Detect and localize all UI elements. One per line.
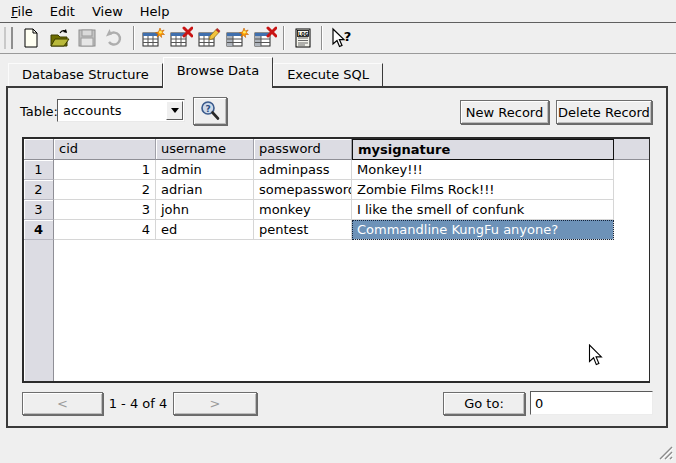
cell-mysignature[interactable]: I like the smell of confunk	[352, 200, 614, 220]
whats-this-button[interactable]: ?	[327, 25, 355, 52]
delete-index-button[interactable]	[251, 25, 279, 52]
row-filler	[614, 160, 649, 180]
svg-text:?: ?	[344, 29, 352, 44]
table-row[interactable]: 2 2 adrian somepassword Zombie Films Roc…	[24, 180, 649, 200]
column-header-username[interactable]: username	[156, 139, 254, 160]
toolbar-separator	[283, 26, 285, 50]
table-row[interactable]: 3 3 john monkey I like the smell of conf…	[24, 200, 649, 220]
menu-edit[interactable]: Edit	[43, 3, 82, 20]
cell-password[interactable]: somepassword	[254, 180, 352, 200]
undo-icon-disabled	[104, 27, 126, 49]
menu-help[interactable]: Help	[133, 3, 177, 20]
find-button[interactable]: ?	[193, 97, 227, 125]
cell-password[interactable]: pentest	[254, 220, 352, 240]
toolbar-drag-handle[interactable]	[4, 27, 13, 49]
delete-index-icon	[253, 26, 277, 50]
table-select-value: accounts	[63, 102, 122, 120]
toolbar-separator	[133, 26, 135, 50]
cell-cid[interactable]: 4	[54, 220, 156, 240]
tab-browse-data[interactable]: Browse Data	[163, 57, 274, 88]
revert-changes-button[interactable]	[101, 25, 129, 52]
delete-table-icon	[169, 26, 193, 50]
save-icon-disabled	[76, 27, 98, 49]
cell-username[interactable]: admin	[156, 160, 254, 180]
chevron-down-icon	[171, 108, 179, 113]
log-icon: LOG	[292, 27, 314, 49]
table-label: Table:	[20, 104, 58, 119]
table-select-arrow-button[interactable]	[166, 101, 183, 120]
menu-view[interactable]: View	[85, 3, 130, 20]
delete-record-button[interactable]: Delete Record	[556, 100, 652, 124]
cell-username[interactable]: ed	[156, 220, 254, 240]
goto-record-input[interactable]	[530, 391, 653, 415]
cell-cid[interactable]: 2	[54, 180, 156, 200]
create-table-icon	[141, 26, 165, 50]
cell-mysignature[interactable]: Zombie Films Rock!!!	[352, 180, 614, 200]
row-header[interactable]: 1	[24, 160, 54, 180]
grid-empty-area	[24, 240, 649, 381]
table-row[interactable]: 1 1 admin adminpass Monkey!!!	[24, 160, 649, 180]
toolbar-separator	[321, 26, 323, 50]
whats-this-icon: ?	[329, 27, 353, 49]
cell-mysignature-selected[interactable]: Commandline KungFu anyone?	[352, 220, 614, 240]
column-header-filler	[614, 139, 649, 160]
tab-bar: Database Structure Browse Data Execute S…	[8, 58, 383, 88]
new-database-button[interactable]	[17, 25, 45, 52]
svg-text:?: ?	[205, 104, 210, 114]
grid-header-row: cid username password mysignature	[24, 139, 649, 160]
column-header-password[interactable]: password	[254, 139, 352, 160]
modify-table-button[interactable]	[195, 25, 223, 52]
goto-button[interactable]: Go to:	[443, 392, 525, 415]
previous-page-button[interactable]: <	[22, 392, 103, 415]
create-index-button[interactable]	[223, 25, 251, 52]
menu-file[interactable]: File	[4, 3, 40, 20]
row-header-strip	[24, 240, 54, 381]
row-filler	[614, 200, 649, 220]
tab-execute-sql[interactable]: Execute SQL	[273, 63, 383, 86]
menubar: File Edit View Help	[0, 0, 676, 23]
row-header-current[interactable]: 4	[24, 220, 54, 240]
create-index-icon	[225, 26, 249, 50]
new-record-button[interactable]: New Record	[460, 100, 549, 124]
next-page-button[interactable]: >	[173, 392, 257, 415]
row-filler	[614, 180, 649, 200]
open-log-button[interactable]: LOG	[289, 25, 317, 52]
cell-password[interactable]: adminpass	[254, 160, 352, 180]
modify-table-icon	[197, 26, 221, 50]
open-database-button[interactable]	[45, 25, 73, 52]
row-header[interactable]: 3	[24, 200, 54, 220]
data-grid: cid username password mysignature 1 1 ad…	[22, 137, 650, 383]
record-range-label: 1 - 4 of 4	[103, 392, 173, 415]
svg-text:LOG: LOG	[298, 31, 309, 37]
cell-cid[interactable]: 1	[54, 160, 156, 180]
column-header-mysignature[interactable]: mysignature	[352, 139, 614, 160]
row-header[interactable]: 2	[24, 180, 54, 200]
table-row-selected[interactable]: 4 4 ed pentest Commandline KungFu anyone…	[24, 220, 649, 240]
cell-username[interactable]: adrian	[156, 180, 254, 200]
column-header-cid[interactable]: cid	[54, 139, 156, 160]
cell-password[interactable]: monkey	[254, 200, 352, 220]
new-file-icon	[20, 27, 42, 49]
toolbar: LOG ?	[0, 23, 676, 54]
grid-corner	[24, 139, 54, 160]
grid-empty-cells	[54, 240, 649, 381]
open-folder-icon	[48, 27, 70, 49]
resize-grip[interactable]	[656, 443, 674, 461]
magnifier-icon: ?	[198, 100, 222, 122]
tab-database-structure[interactable]: Database Structure	[8, 63, 163, 86]
cell-username[interactable]: john	[156, 200, 254, 220]
cell-mysignature[interactable]: Monkey!!!	[352, 160, 614, 180]
row-filler	[614, 220, 649, 240]
table-select[interactable]: accounts	[57, 99, 185, 122]
mouse-cursor	[588, 344, 604, 368]
write-changes-button[interactable]	[73, 25, 101, 52]
cell-cid[interactable]: 3	[54, 200, 156, 220]
delete-table-button[interactable]	[167, 25, 195, 52]
create-table-button[interactable]	[139, 25, 167, 52]
